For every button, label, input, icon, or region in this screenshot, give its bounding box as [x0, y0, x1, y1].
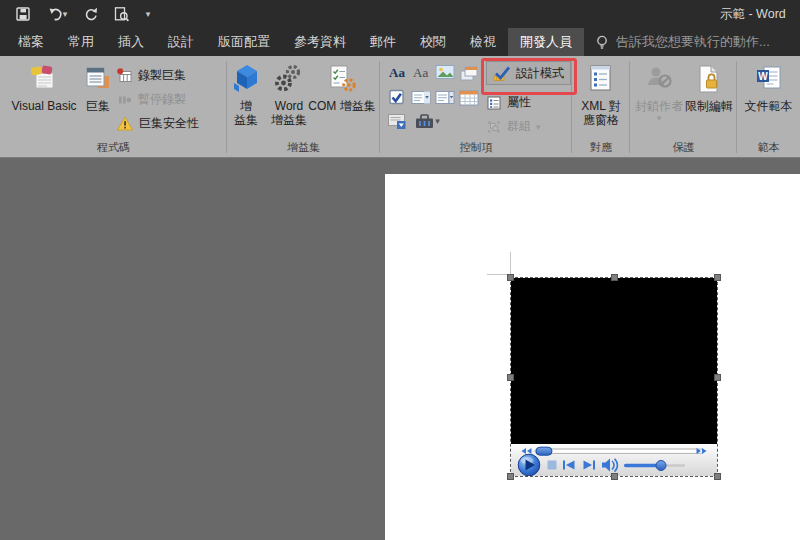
tab-file[interactable]: 檔案: [6, 28, 56, 56]
redo-button[interactable]: [82, 5, 100, 23]
com-addins-button[interactable]: COM 增益集: [305, 60, 379, 142]
design-mode-button[interactable]: 設計模式: [486, 61, 571, 85]
undo-button[interactable]: ▾: [44, 5, 70, 23]
picture-icon: [435, 64, 455, 80]
visual-basic-button[interactable]: Visual Basic: [8, 60, 80, 142]
play-button[interactable]: [518, 454, 540, 476]
ribbon-tab-row: 檔案 常用 插入 設計 版面配置 參考資料 郵件 校閱 檢視 開發人員 告訴我您…: [0, 28, 800, 56]
addins-button[interactable]: 增 益集: [228, 60, 264, 142]
resize-handle-bottom-right[interactable]: [714, 473, 721, 480]
undo-dropdown-caret[interactable]: ▾: [63, 9, 68, 19]
legacy-tools-button[interactable]: [386, 111, 408, 131]
document-template-icon: W: [754, 64, 784, 94]
rich-text-content-control-button[interactable]: Aa: [386, 62, 408, 82]
pause-recording-icon: [116, 91, 133, 108]
media-player-object[interactable]: [510, 277, 718, 477]
macro-security-label: 巨集安全性: [139, 115, 199, 132]
xml-mapping-pane-label: XML 對 應窗格: [581, 99, 621, 127]
building-block-gallery-content-control-button[interactable]: [458, 62, 480, 82]
media-player-video-area[interactable]: [511, 278, 717, 444]
design-mode-label: 設計模式: [516, 65, 564, 82]
record-macro-button[interactable]: 錄製巨集: [116, 64, 186, 86]
restrict-editing-icon: [694, 64, 724, 94]
print-preview-icon: [113, 6, 130, 23]
properties-button[interactable]: 屬性: [486, 94, 531, 111]
toolbox-dropdown-caret: ▾: [435, 116, 440, 126]
svg-text:Aa: Aa: [413, 65, 428, 80]
design-mode-icon: [493, 65, 511, 82]
visual-basic-icon: [28, 64, 60, 94]
group-templates: W 文件範本 範本: [737, 56, 800, 157]
word-window: ▾ ▾ 示範 - Word 檔案 常用 插: [0, 0, 800, 540]
group-dropdown-caret: ▾: [536, 122, 541, 132]
resize-handle-middle-left[interactable]: [507, 374, 514, 381]
tab-home[interactable]: 常用: [56, 28, 106, 56]
com-addins-icon: [327, 63, 357, 95]
restrict-editing-button[interactable]: 限制編輯: [684, 60, 734, 142]
group-button: 群組 ▾: [486, 118, 541, 135]
record-macro-label: 錄製巨集: [138, 67, 186, 84]
checkbox-content-control-button[interactable]: [386, 87, 408, 107]
resize-handle-top-left[interactable]: [507, 274, 514, 281]
resize-handle-middle-right[interactable]: [714, 374, 721, 381]
tab-developer[interactable]: 開發人員: [508, 28, 584, 56]
macro-security-warning-icon: [116, 115, 134, 132]
customize-qat-button[interactable]: ▾: [142, 5, 154, 23]
volume-slider-fill: [624, 464, 661, 467]
xml-mapping-pane-button[interactable]: XML 對 應窗格: [575, 60, 627, 142]
tab-review[interactable]: 校閱: [408, 28, 458, 56]
properties-label: 屬性: [507, 94, 531, 111]
record-macro-icon: [116, 67, 133, 84]
combo-box-content-control-button[interactable]: [410, 87, 432, 107]
block-authors-dropdown-caret: ▾: [657, 113, 662, 123]
resize-handle-bottom-center[interactable]: [611, 473, 618, 480]
tab-references[interactable]: 參考資料: [282, 28, 358, 56]
pause-recording-label: 暫停錄製: [138, 91, 186, 108]
date-picker-content-control-button[interactable]: [458, 87, 480, 107]
macros-button[interactable]: 巨集: [80, 60, 116, 142]
document-template-button[interactable]: W 文件範本: [739, 60, 798, 142]
combo-box-icon: [411, 89, 431, 105]
title-bar: ▾ ▾ 示範 - Word: [0, 0, 800, 28]
tab-view[interactable]: 檢視: [458, 28, 508, 56]
controls-toolbox-button[interactable]: ▾: [410, 111, 444, 131]
document-template-label: 文件範本: [745, 99, 793, 113]
tell-me-label: 告訴我您想要執行的動作...: [616, 33, 770, 51]
macros-label: 巨集: [86, 99, 110, 113]
addins-label: 增 益集: [234, 99, 258, 127]
tab-design[interactable]: 設計: [156, 28, 206, 56]
xml-mapping-pane-icon: [586, 64, 616, 94]
block-authors-button: 封鎖作者 ▾: [634, 60, 684, 142]
macro-security-button[interactable]: 巨集安全性: [116, 112, 199, 134]
word-addins-gears-icon: [274, 63, 304, 95]
tab-mailings[interactable]: 郵件: [358, 28, 408, 56]
building-blocks-icon: [459, 64, 479, 81]
restrict-editing-label: 限制編輯: [685, 99, 733, 113]
plain-text-content-control-button[interactable]: Aa: [410, 62, 432, 82]
print-preview-button[interactable]: [112, 5, 130, 23]
tab-insert[interactable]: 插入: [106, 28, 156, 56]
resize-handle-bottom-left[interactable]: [507, 473, 514, 480]
group-controls-label: 控制項: [380, 140, 572, 155]
svg-text:Aa: Aa: [389, 65, 405, 80]
svg-text:W: W: [758, 71, 768, 82]
pause-recording-button: 暫停錄製: [116, 88, 186, 110]
tab-layout[interactable]: 版面配置: [206, 28, 282, 56]
group-code-label: 程式碼: [0, 140, 227, 155]
group-addins-label: 增益集: [227, 140, 380, 155]
resize-handle-top-center[interactable]: [611, 274, 618, 281]
seek-bar-track[interactable]: [535, 449, 703, 453]
resize-handle-top-right[interactable]: [714, 274, 721, 281]
ribbon: Visual Basic 巨集: [0, 56, 800, 158]
volume-slider-thumb[interactable]: [656, 461, 666, 471]
picture-content-control-button[interactable]: [434, 62, 456, 82]
block-authors-label: 封鎖作者: [635, 99, 683, 113]
dropdown-list-icon: [435, 89, 455, 105]
tell-me-box[interactable]: 告訴我您想要執行的動作...: [594, 28, 770, 56]
stop-button[interactable]: [548, 461, 557, 470]
word-addins-label: Word 增益集: [271, 99, 307, 127]
save-button[interactable]: [14, 5, 32, 23]
seek-bar-thumb[interactable]: [536, 447, 552, 455]
dropdown-list-content-control-button[interactable]: [434, 87, 456, 107]
macros-icon: [83, 64, 113, 94]
